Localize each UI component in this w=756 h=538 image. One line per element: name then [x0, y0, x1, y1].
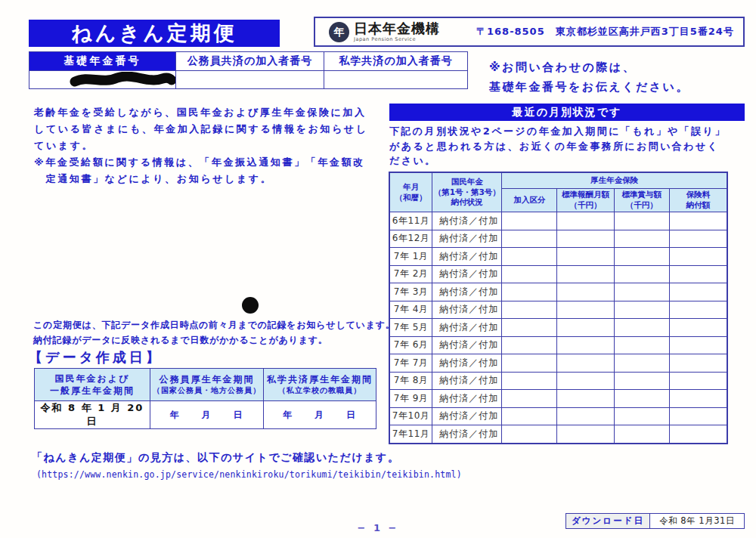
hyojun-hoshu-cell [557, 407, 614, 425]
kokumin-status-cell: 納付済／付加 [432, 372, 502, 390]
site-url-text: (https://www.nenkin.go.jp/service/nenkin… [36, 469, 462, 480]
monthly-status-row: 7年10月 納付済／付加 [390, 407, 727, 425]
recent-desc-line: ださい。 [389, 153, 727, 169]
shigaku-period-date: 年 月 日 [264, 401, 376, 429]
header-line: 一般厚生年金期間 [35, 385, 150, 397]
hokenryo-header: 保険料 納付額 [669, 189, 727, 212]
kanyu-kubun-cell [502, 283, 557, 301]
intro-line: 老齢年金を受給しながら、国民年金および厚生年金保険に加入 [34, 104, 368, 121]
hyojun-hoshu-cell [557, 212, 614, 230]
recent-status-banner: 最近の月別状況です [389, 104, 745, 121]
header-line: 国民年金および [35, 373, 150, 385]
hyojun-hoshu-cell [557, 354, 614, 373]
hyojun-hoshu-header: 標準報酬月額 （千円） [557, 189, 614, 212]
kanyu-kubun-cell [502, 248, 557, 266]
hyojun-hoshu-cell [557, 390, 614, 408]
hokenryo-cell [669, 319, 727, 337]
hokenryo-cell [669, 301, 727, 319]
month-cell: 7年 1月 [390, 248, 432, 266]
hyojun-shoyo-cell [614, 390, 669, 408]
pension-number-value-row [29, 71, 468, 89]
pension-number-header-row: 基礎年金番号 公務員共済の加入者番号 私学共済の加入者番号 [29, 52, 468, 71]
kanyu-kubun-cell [502, 425, 557, 444]
kokumin-status-cell: 納付済／付加 [432, 425, 502, 444]
hyojun-shoyo-cell [614, 212, 669, 230]
hyojun-shoyo-cell [614, 301, 669, 319]
kokumin-status-cell: 納付済／付加 [432, 212, 502, 230]
shigaku-number-cell [324, 71, 468, 89]
hyojun-shoyo-cell [614, 230, 669, 248]
kanyu-kubun-cell [502, 390, 557, 408]
pension-number-table: 基礎年金番号 公務員共済の加入者番号 私学共済の加入者番号 [29, 51, 468, 89]
punch-hole-mark [242, 297, 259, 314]
kanyu-kubun-cell [502, 230, 557, 248]
kokumin-status-cell: 納付済／付加 [432, 390, 502, 408]
month-cell: 7年 4月 [390, 301, 432, 319]
hyojun-hoshu-cell [557, 372, 614, 390]
org-header: 年 日本年金機構 Japan Pension Service 〒168-8505… [314, 17, 745, 47]
kokumin-status-cell: 納付済／付加 [432, 283, 502, 301]
kanyu-kubun-cell [502, 212, 557, 230]
month-cell: 7年 6月 [390, 336, 432, 354]
shigaku-period-header: 私学共済厚生年金期間 （私立学校の教職員） [264, 369, 376, 401]
hyojun-shoyo-cell [614, 336, 669, 354]
hokenryo-cell [669, 212, 727, 230]
monthly-status-row: 7年 3月 納付済／付加 [390, 283, 727, 301]
hyojun-shoyo-cell [614, 372, 669, 390]
intro-paragraph: 老齢年金を受給しながら、国民年金および厚生年金保険に加入 している皆さまにも、年… [34, 104, 368, 187]
month-cell: 7年 5月 [390, 319, 432, 337]
kanyu-kubun-header: 加入区分 [502, 189, 557, 212]
komuin-number-cell [176, 71, 324, 89]
kokumin-status-cell: 納付済／付加 [432, 354, 502, 373]
basic-pension-number-header: 基礎年金番号 [29, 52, 176, 71]
kanyu-kubun-cell [502, 265, 557, 283]
recent-desc-line: があると思われる方は、お近くの年金事務所にお問い合わせく [389, 139, 727, 154]
hyojun-shoyo-header: 標準賞与額 （千円） [614, 189, 669, 212]
hyojun-shoyo-cell [614, 407, 669, 425]
org-address: 〒168-8505 東京都杉並区高井戸西3丁目5番24号 [476, 25, 734, 39]
org-names: 日本年金機構 Japan Pension Service [354, 22, 440, 42]
shigaku-number-header: 私学共済の加入者番号 [324, 52, 468, 71]
logo-glyph: 年 [334, 26, 345, 37]
hokenryo-cell [669, 407, 727, 425]
hyojun-shoyo-cell [614, 354, 669, 373]
intro-line: 定通知書」などにより、お知らせします。 [34, 171, 368, 187]
nenkin-teikibin-page: ねんきん定期便 年 日本年金機構 Japan Pension Service 〒… [0, 0, 756, 538]
data-creation-table: 国民年金および 一般厚生年金期間 公務員厚生年金期間 （国家公務員・地方公務員）… [34, 368, 376, 429]
basic-pension-number-cell [29, 71, 176, 89]
hyojun-hoshu-cell [557, 336, 614, 354]
kokumin-period-date: 令和 8 年 1 月 20 日 [35, 401, 150, 429]
hyojun-hoshu-cell [557, 301, 614, 319]
header-line: 私学共済厚生年金期間 [264, 373, 376, 385]
kokumin-status-cell: 納付済／付加 [432, 265, 502, 283]
hokenryo-cell [669, 230, 727, 248]
month-cell: 6年12月 [390, 230, 432, 248]
kokumin-period-header: 国民年金および 一般厚生年金期間 [35, 369, 150, 401]
kosei-group-header: 厚生年金保険 [502, 173, 727, 189]
month-cell: 7年 9月 [390, 390, 432, 408]
recent-desc-line: 下記の月別状況や2ページの年金加入期間に「もれ」や「誤り」 [389, 124, 727, 139]
hyojun-hoshu-cell [557, 319, 614, 337]
month-column-header: 年月 （和暦） [390, 173, 432, 212]
hyojun-hoshu-cell [557, 425, 614, 444]
komuin-number-header: 公務員共済の加入者番号 [176, 52, 324, 71]
hokenryo-cell [669, 336, 727, 354]
monthly-status-row: 6年11月 納付済／付加 [390, 212, 727, 230]
kanyu-kubun-cell [502, 372, 557, 390]
data-creation-date-heading: 【データ作成日】 [29, 348, 163, 366]
hokenryo-cell [669, 425, 727, 444]
kokumin-status-cell: 納付済／付加 [432, 230, 502, 248]
monthly-status-row: 7年 1月 納付済／付加 [390, 248, 727, 266]
monthly-status-row: 7年 6月 納付済／付加 [390, 336, 727, 354]
intro-line: している皆さまにも、年金加入記録に関する情報をお知らせし [34, 121, 368, 138]
hyojun-shoyo-cell [614, 425, 669, 444]
contact-note: ※お問い合わせの際は、 基礎年金番号をお伝えください。 [489, 57, 689, 97]
hyojun-shoyo-cell [614, 283, 669, 301]
hyojun-hoshu-cell [557, 265, 614, 283]
site-guide-text: 「ねんきん定期便」の見方は、以下のサイトでご確認いただけます。 [32, 451, 399, 465]
redaction-scribble [66, 72, 176, 88]
kokumin-status-cell: 納付済／付加 [432, 248, 502, 266]
page-title: ねんきん定期便 [29, 20, 280, 47]
kanyu-kubun-cell [502, 407, 557, 425]
monthly-status-row: 7年 8月 納付済／付加 [390, 372, 727, 390]
